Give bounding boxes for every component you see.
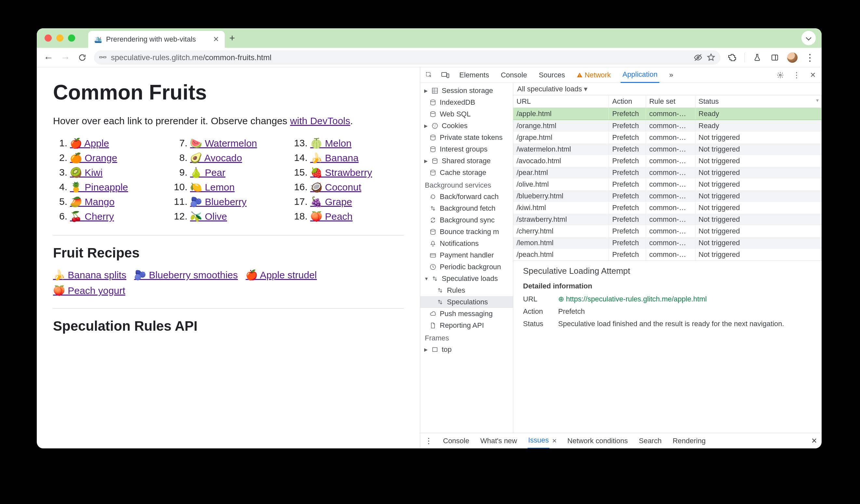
tab-application[interactable]: Application [621, 67, 660, 83]
fruit-link[interactable]: 🫒 Olive [190, 211, 227, 222]
tab-sources[interactable]: Sources [537, 68, 567, 83]
fruit-link[interactable]: 🍌 Banana [310, 152, 359, 163]
table-row[interactable]: /blueberry.htmlPrefetchcommon-…Not trigg… [513, 190, 822, 202]
fruit-link[interactable]: 🍋 Lemon [190, 182, 234, 193]
col-url[interactable]: URL [513, 95, 609, 108]
fruit-link[interactable]: 🍈 Melon [310, 138, 352, 149]
recipe-link[interactable]: 🍎 Apple strudel [246, 270, 317, 280]
fruit-link[interactable]: 🍎 Apple [70, 138, 109, 149]
new-tab-button[interactable]: + [229, 32, 235, 44]
table-row[interactable]: /kiwi.htmlPrefetchcommon-…Not triggered [513, 202, 822, 214]
tree-item[interactable]: Push messaging [420, 308, 513, 320]
table-row[interactable]: /peach.htmlPrefetchcommon-…Not triggered [513, 249, 822, 260]
maximize-window-button[interactable] [68, 34, 75, 42]
drawer-console[interactable]: Console [442, 433, 470, 448]
table-row[interactable]: /cherry.htmlPrefetchcommon-…Not triggere… [513, 225, 822, 237]
tree-item[interactable]: ▶top [420, 344, 513, 356]
devtools-close-icon[interactable]: ✕ [808, 71, 817, 80]
table-row[interactable]: /apple.htmlPrefetchcommon-…Ready [513, 108, 822, 120]
close-window-button[interactable] [45, 34, 52, 42]
side-panel-icon[interactable] [770, 52, 780, 63]
col-status[interactable]: Status [695, 95, 822, 108]
close-tab-icon[interactable]: ✕ [213, 35, 219, 44]
table-row[interactable]: /avocado.htmlPrefetchcommon-…Not trigger… [513, 155, 822, 167]
tab-search-button[interactable] [801, 31, 816, 45]
fruit-link[interactable]: 🍒 Cherry [70, 211, 114, 222]
table-row[interactable]: /pear.htmlPrefetchcommon-…Not triggered [513, 167, 822, 178]
inspect-icon[interactable] [425, 71, 433, 80]
settings-gear-icon[interactable] [776, 71, 785, 80]
tree-item[interactable]: Interest groups [420, 143, 513, 155]
drawer-rendering[interactable]: Rendering [672, 433, 706, 448]
table-row[interactable]: /strawberry.htmlPrefetchcommon-…Not trig… [513, 214, 822, 225]
tree-item[interactable]: ▶Cookies [420, 120, 513, 132]
tree-item[interactable]: Background sync [420, 214, 513, 226]
tab-elements[interactable]: Elements [457, 68, 491, 83]
minimize-window-button[interactable] [56, 34, 63, 42]
devtools-menu-icon[interactable] [792, 71, 801, 80]
table-row[interactable]: /watermelon.htmlPrefetchcommon-…Not trig… [513, 143, 822, 155]
reload-button[interactable] [77, 52, 87, 63]
drawer-netcond[interactable]: Network conditions [567, 433, 628, 448]
tree-item[interactable]: Speculations [420, 296, 513, 308]
tree-item[interactable]: Web SQL [420, 108, 513, 120]
tab-network[interactable]: Network [575, 68, 613, 83]
back-button[interactable]: ← [43, 52, 54, 63]
tabs-overflow[interactable]: » [667, 68, 675, 83]
tree-item[interactable]: ▶Session storage [420, 85, 513, 97]
forward-button[interactable]: → [60, 52, 71, 63]
fruit-link[interactable]: 🍊 Orange [70, 152, 117, 163]
tree-item[interactable]: IndexedDB [420, 97, 513, 108]
drawer-close-icon[interactable]: ✕ [811, 437, 817, 445]
tree-item[interactable]: Back/forward cach [420, 191, 513, 203]
table-row[interactable]: /orange.htmlPrefetchcommon-…Ready [513, 120, 822, 132]
filter-dropdown[interactable]: All speculative loads [517, 85, 587, 93]
fruit-link[interactable]: 🍓 Strawberry [310, 167, 372, 178]
detail-url-link[interactable]: https://speculative-rules.glitch.me/appl… [566, 295, 707, 303]
fruit-link[interactable]: 🍐 Pear [190, 167, 225, 178]
fruit-link[interactable]: 🍍 Pineapple [70, 182, 128, 193]
table-row[interactable]: /olive.htmlPrefetchcommon-…Not triggered [513, 178, 822, 190]
profile-avatar[interactable] [787, 52, 798, 63]
drawer-search[interactable]: Search [638, 433, 662, 448]
tree-item[interactable]: Bounce tracking m [420, 226, 513, 238]
site-info-icon[interactable] [99, 54, 107, 61]
close-icon[interactable]: ✕ [552, 437, 557, 445]
drawer-issues[interactable]: Issues [528, 433, 550, 448]
tree-item[interactable]: Notifications [420, 238, 513, 249]
recipe-link[interactable]: 🫐 Blueberry smoothies [134, 270, 238, 280]
tree-item[interactable]: Periodic backgroun [420, 261, 513, 273]
tab-console[interactable]: Console [499, 68, 529, 83]
tree-item[interactable]: Cache storage [420, 167, 513, 178]
extensions-icon[interactable] [727, 52, 737, 63]
fruit-link[interactable]: 🫐 Blueberry [190, 196, 246, 207]
fruit-link[interactable]: 🍉 Watermelon [190, 138, 257, 149]
fruit-link[interactable]: 🥝 Kiwi [70, 167, 102, 178]
drawer-whatsnew[interactable]: What's new [480, 433, 518, 448]
col-ruleset[interactable]: Rule set [646, 95, 695, 108]
devtools-link[interactable]: with DevTools [290, 115, 350, 126]
browser-tab[interactable]: 🛳️ Prerendering with web-vitals ✕ [88, 31, 225, 48]
kebab-menu-icon[interactable] [805, 52, 815, 63]
drawer-menu-icon[interactable] [425, 436, 433, 445]
eye-off-icon[interactable] [694, 53, 702, 62]
tree-item[interactable]: Payment handler [420, 249, 513, 261]
tree-item[interactable]: ▶Shared storage [420, 155, 513, 167]
device-toggle-icon[interactable] [441, 71, 449, 80]
bookmark-star-icon[interactable] [707, 53, 715, 62]
fruit-link[interactable]: 🥥 Coconut [310, 182, 361, 193]
recipe-link[interactable]: 🍌 Banana splits [53, 270, 126, 280]
tree-item[interactable]: Private state tokens [420, 132, 513, 143]
tree-item[interactable]: Reporting API [420, 320, 513, 331]
col-action[interactable]: Action [609, 95, 646, 108]
fruit-link[interactable]: 🥑 Avocado [190, 152, 242, 163]
table-row[interactable]: /grape.htmlPrefetchcommon-…Not triggered [513, 132, 822, 143]
labs-icon[interactable] [752, 52, 762, 63]
table-row[interactable]: /lemon.htmlPrefetchcommon-…Not triggered [513, 237, 822, 249]
fruit-link[interactable]: 🥭 Mango [70, 196, 114, 207]
fruit-link[interactable]: 🍇 Grape [310, 196, 352, 207]
tree-item[interactable]: Background fetch [420, 203, 513, 214]
tree-item[interactable]: ▼Speculative loads [420, 273, 513, 285]
tree-item[interactable]: Rules [420, 285, 513, 296]
recipe-link[interactable]: 🍑 Peach yogurt [53, 285, 125, 296]
